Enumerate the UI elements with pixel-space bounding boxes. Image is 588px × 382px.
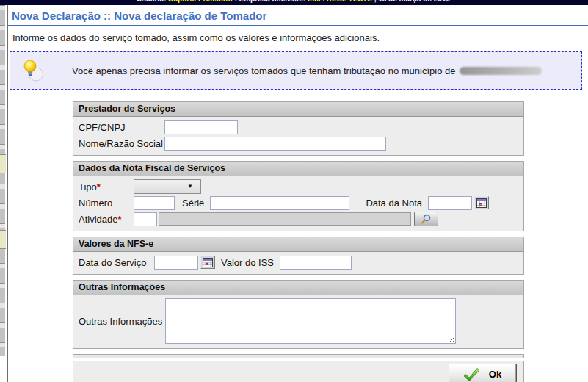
cpf-cnpj-label: CPF/CNPJ — [79, 122, 164, 133]
company-name-link[interactable]: EMP. REAL TESTE — [308, 0, 372, 3]
section-valores-title: Valores da NFS-e — [73, 237, 523, 252]
data-servico-input[interactable] — [154, 256, 198, 270]
atividade-label: Atividade* — [79, 214, 134, 225]
data-servico-label: Data do Serviço — [79, 257, 154, 268]
search-icon — [420, 214, 432, 224]
lightbulb-icon — [22, 59, 44, 82]
section-outras: Outras Informações Outras Informações — [73, 280, 524, 349]
calendar-icon — [476, 198, 487, 208]
razao-social-label: Nome/Razão Social — [79, 138, 164, 149]
tipo-select[interactable] — [134, 179, 201, 194]
page-title: Nova Declaração :: Nova declaração de To… — [8, 5, 588, 26]
required-mark: * — [117, 214, 121, 225]
cpf-cnpj-input[interactable] — [164, 120, 238, 134]
serie-input[interactable] — [210, 196, 349, 210]
redacted-municipality — [460, 67, 542, 75]
numero-input[interactable] — [134, 196, 175, 210]
section-nota-fiscal-title: Dados da Nota Fiscal de Serviços — [73, 162, 523, 176]
user-name-link[interactable]: Suporte Prefeitura — [168, 0, 232, 3]
left-menu-edge — [0, 5, 6, 356]
main-content: Nova Declaração :: Nova declaração de To… — [7, 5, 588, 382]
atividade-input[interactable] — [134, 212, 157, 226]
section-outras-title: Outras Informações — [73, 281, 523, 295]
calendar-icon — [203, 258, 213, 267]
left-menu-highlight — [0, 154, 6, 173]
ok-button-label: Ok — [489, 369, 501, 380]
required-mark: * — [97, 181, 101, 192]
ok-button[interactable]: Ok — [449, 364, 517, 382]
company-label: - Empresa diferente: — [234, 0, 305, 3]
section-nota-fiscal: Dados da Nota Fiscal de Serviços Tipo* ▼… — [73, 161, 524, 231]
info-notice-box: Você apenas precisa informar os serviços… — [10, 51, 582, 90]
atividade-description-readonly — [159, 212, 411, 226]
top-session-text: Usuário: Suporte Prefeitura - Empresa di… — [137, 0, 450, 3]
serie-label: Série — [182, 198, 204, 209]
outras-informacoes-textarea[interactable] — [165, 298, 456, 344]
valor-iss-input[interactable] — [280, 256, 352, 270]
data-servico-calendar-button[interactable] — [200, 256, 215, 269]
section-prestador: Prestador de Serviços CPF/CNPJ Nome/Razã… — [73, 101, 524, 156]
notice-text: Você apenas precisa informar os serviços… — [72, 65, 455, 76]
section-valores: Valores da NFS-e Data do Serviço Valor d… — [73, 237, 524, 275]
user-label: Usuário: — [137, 0, 167, 3]
valor-iss-label: Valor do ISS — [221, 257, 274, 268]
form-divider-strip — [73, 354, 524, 358]
check-icon — [464, 367, 479, 381]
data-nota-label: Data da Nota — [366, 198, 422, 209]
declaration-form: Prestador de Serviços CPF/CNPJ Nome/Razã… — [73, 101, 524, 382]
data-nota-input[interactable] — [428, 196, 472, 210]
section-prestador-title: Prestador de Serviços — [73, 102, 523, 117]
top-session-bar: Usuário: Suporte Prefeitura - Empresa di… — [0, 0, 588, 5]
page-subtitle: Informe os dados do serviço tomado, assi… — [8, 26, 588, 49]
atividade-search-button[interactable] — [414, 212, 438, 226]
outras-informacoes-label: Outras Informações — [79, 316, 165, 327]
numero-label: Número — [79, 198, 134, 209]
form-footer-bar: Ok — [73, 361, 524, 382]
razao-social-input[interactable] — [164, 137, 386, 151]
date-text: , 15 de março de 2010 — [374, 0, 450, 3]
tipo-label: Tipo* — [79, 181, 134, 192]
left-menu-highlight — [0, 230, 6, 249]
data-nota-calendar-button[interactable] — [474, 196, 489, 209]
